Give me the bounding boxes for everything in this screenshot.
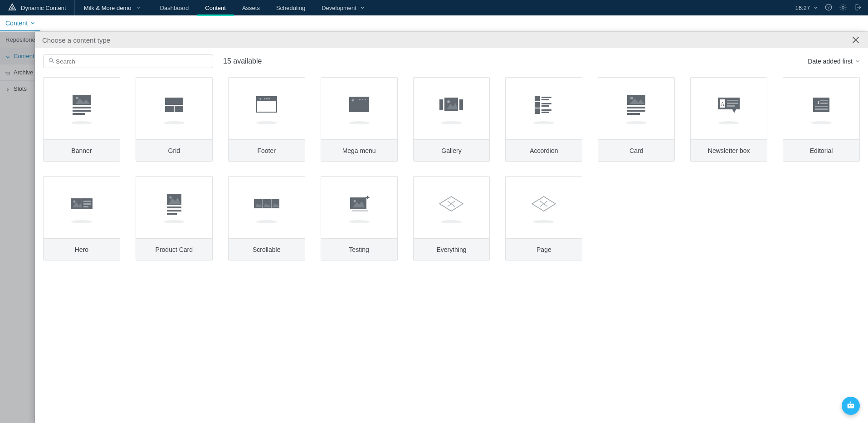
- card-preview: [44, 177, 120, 238]
- footer-icon: [253, 93, 280, 117]
- content-type-card-card[interactable]: Card: [598, 77, 675, 162]
- card-label: Page: [506, 238, 582, 260]
- content-type-card-footer[interactable]: Footer: [228, 77, 305, 162]
- svg-rect-79: [6, 73, 10, 74]
- megamenu-icon: [346, 93, 373, 117]
- testing-icon: [346, 192, 373, 216]
- shadow-ellipse: [164, 220, 185, 223]
- shadow-ellipse: [718, 121, 739, 124]
- shadow-ellipse: [256, 220, 277, 223]
- card-label: Testing: [321, 238, 397, 260]
- modal-toolbar: 15 available Date added first: [35, 48, 868, 74]
- sidebar-item-slots[interactable]: Slots: [0, 81, 34, 97]
- brand-logo-icon: [8, 3, 16, 13]
- gear-icon[interactable]: [839, 3, 847, 13]
- content-type-card-newsletter-box[interactable]: Newsletter box: [690, 77, 767, 162]
- search-icon: [48, 57, 55, 66]
- card-label: Footer: [229, 139, 305, 161]
- content-type-card-product-card[interactable]: Product Card: [136, 176, 213, 261]
- productcard-icon: [161, 192, 188, 216]
- hub-selector[interactable]: Milk & More demo: [75, 0, 152, 15]
- sort-selector[interactable]: Date added first: [808, 58, 860, 65]
- banner-icon: [68, 93, 95, 117]
- content-type-card-testing[interactable]: Testing: [321, 176, 398, 261]
- generic-icon: [530, 192, 557, 216]
- clock[interactable]: 16:27: [795, 5, 818, 11]
- brand-label: Dynamic Content: [21, 5, 66, 11]
- newsletter-icon: [715, 93, 742, 117]
- svg-rect-82: [848, 403, 854, 408]
- sidebar-item-label: Slots: [14, 85, 27, 92]
- shadow-ellipse: [626, 121, 647, 124]
- content-type-card-grid[interactable]: Grid: [136, 77, 213, 162]
- modal-title: Choose a content type: [42, 36, 110, 44]
- card-label: Card: [598, 139, 674, 161]
- card-preview: [691, 78, 767, 139]
- shadow-ellipse: [164, 121, 185, 124]
- choose-content-type-modal: Choose a content type 15 available Date …: [35, 32, 868, 423]
- card-icon: [623, 93, 650, 117]
- shadow-ellipse: [441, 220, 462, 223]
- content-type-card-mega-menu[interactable]: Mega menu: [321, 77, 398, 162]
- search-input-wrapper[interactable]: [43, 54, 213, 68]
- chevron-down-icon: [30, 20, 35, 27]
- content-type-card-editorial[interactable]: Editorial: [783, 77, 860, 162]
- nav-tab-assets[interactable]: Assets: [234, 0, 268, 15]
- content-type-card-everything[interactable]: Everything: [413, 176, 490, 261]
- card-preview: [321, 177, 397, 238]
- clock-time: 16:27: [795, 5, 810, 11]
- sidebar-item-label: Content: [14, 53, 34, 59]
- card-label: Product Card: [136, 238, 212, 260]
- nav-tabs: DashboardContentAssetsSchedulingDevelopm…: [152, 0, 373, 15]
- shadow-ellipse: [533, 121, 554, 124]
- shadow-ellipse: [71, 121, 92, 124]
- hub-name: Milk & More demo: [84, 5, 132, 11]
- card-label: Hero: [44, 238, 120, 260]
- close-icon[interactable]: [851, 35, 861, 45]
- search-input[interactable]: [55, 58, 208, 65]
- card-preview: [506, 177, 582, 238]
- content-type-card-accordion[interactable]: Accordion: [505, 77, 582, 162]
- shadow-ellipse: [349, 121, 370, 124]
- hero-icon: [68, 192, 95, 216]
- content-type-card-scrollable[interactable]: Scrollable: [228, 176, 305, 261]
- shadow-ellipse: [533, 220, 554, 223]
- chatbot-launcher[interactable]: [842, 397, 860, 415]
- sidebar-section-heading: Repositories: [0, 32, 34, 48]
- card-preview: [229, 177, 305, 238]
- nav-tab-development[interactable]: Development: [313, 0, 373, 15]
- logout-icon[interactable]: [853, 3, 862, 13]
- archive-icon: [5, 70, 10, 75]
- card-preview: [321, 78, 397, 139]
- generic-icon: [438, 192, 465, 216]
- svg-text:?: ?: [827, 5, 829, 10]
- brand[interactable]: Dynamic Content: [0, 0, 75, 15]
- chevron-right-icon: [5, 87, 10, 91]
- nav-tab-content[interactable]: Content: [197, 0, 234, 15]
- chevron-down-icon: [360, 5, 365, 11]
- help-icon[interactable]: ?: [824, 3, 833, 13]
- editorial-icon: [808, 93, 835, 117]
- card-label: Everything: [414, 238, 490, 260]
- card-label: Accordion: [506, 139, 582, 161]
- card-preview: [506, 78, 582, 139]
- nav-tab-dashboard[interactable]: Dashboard: [152, 0, 197, 15]
- sidebar-item-archive[interactable]: Archive: [0, 64, 34, 81]
- shadow-ellipse: [256, 121, 277, 124]
- sidebar-item-label: Archive: [14, 69, 33, 76]
- svg-point-86: [850, 402, 851, 403]
- subbar-content-tab[interactable]: Content: [0, 15, 40, 31]
- content-type-card-gallery[interactable]: Gallery: [413, 77, 490, 162]
- sidebar-item-content[interactable]: Content: [0, 48, 34, 64]
- content-type-card-page[interactable]: Page: [505, 176, 582, 261]
- svg-line-81: [52, 61, 54, 63]
- card-preview: [598, 78, 674, 139]
- card-preview: [229, 78, 305, 139]
- content-type-card-banner[interactable]: Banner: [43, 77, 120, 162]
- nav-tab-scheduling[interactable]: Scheduling: [268, 0, 313, 15]
- card-label: Gallery: [414, 139, 490, 161]
- card-preview: [783, 78, 859, 139]
- svg-point-84: [851, 405, 853, 407]
- content-type-card-hero[interactable]: Hero: [43, 176, 120, 261]
- svg-point-77: [842, 6, 844, 8]
